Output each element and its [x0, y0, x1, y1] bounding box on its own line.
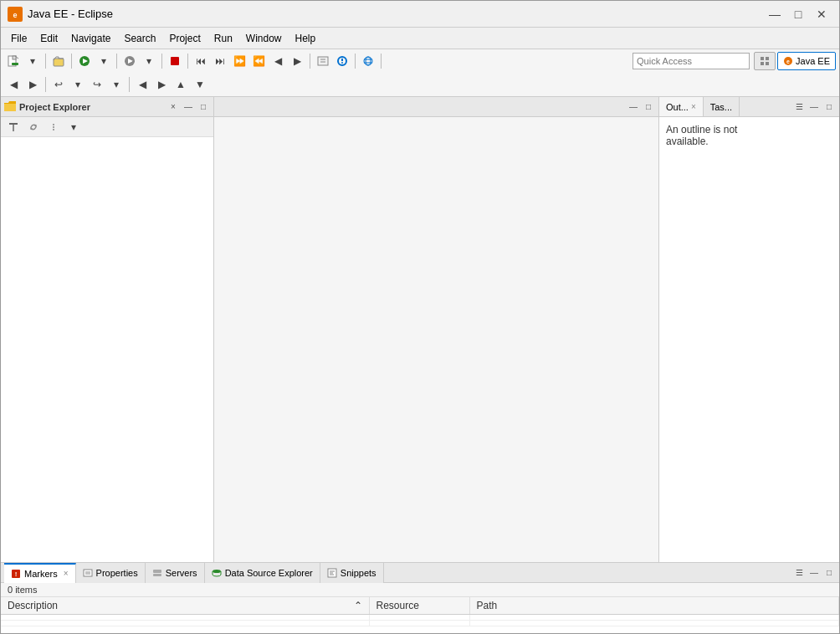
project-explorer-close[interactable]: ×: [166, 100, 180, 114]
view-menu[interactable]: [44, 118, 63, 136]
svg-point-19: [341, 62, 343, 64]
project-explorer-toolbar: ▾: [1, 117, 213, 137]
nav-5[interactable]: ◀: [269, 52, 287, 70]
nav-up[interactable]: ▲: [172, 75, 190, 94]
bottom-panel-min[interactable]: —: [807, 566, 821, 580]
datasource-tab[interactable]: Data Source Explorer: [205, 563, 320, 583]
maximize-button[interactable]: □: [787, 6, 809, 23]
run-button[interactable]: [75, 52, 94, 70]
outline-tab-label: Out...: [666, 102, 689, 112]
resource-cell: [369, 615, 469, 621]
right-panel-min[interactable]: —: [807, 100, 821, 114]
project-explorer-max[interactable]: □: [197, 100, 210, 114]
java-ee-perspective-button[interactable]: e Java EE: [777, 52, 836, 70]
redo-dropdown[interactable]: ▾: [107, 75, 125, 94]
menu-window[interactable]: Window: [239, 30, 289, 47]
tasks-tab-label: Tas...: [710, 102, 732, 112]
project-explorer-title-area: Project Explorer: [4, 101, 90, 113]
bottom-panel-max[interactable]: □: [822, 566, 836, 580]
quick-access-input[interactable]: [633, 53, 750, 69]
svg-rect-25: [766, 57, 769, 60]
menu-navigate[interactable]: Navigate: [64, 30, 117, 47]
outline-tab-close[interactable]: ×: [691, 102, 696, 111]
menu-edit[interactable]: Edit: [33, 30, 64, 47]
editor-controls: — □: [627, 100, 655, 114]
link-editor[interactable]: [24, 118, 43, 136]
tasks-tab[interactable]: Tas...: [704, 97, 740, 116]
nav-1[interactable]: ⏮: [192, 52, 210, 70]
new-button[interactable]: [4, 52, 23, 70]
right-panel-max[interactable]: □: [822, 100, 836, 114]
svg-rect-37: [84, 570, 92, 576]
editor-min[interactable]: —: [627, 100, 640, 114]
open-button[interactable]: [49, 52, 68, 70]
menu-project[interactable]: Project: [162, 30, 207, 47]
folder-icon: [4, 101, 16, 113]
nav-prev[interactable]: ◀: [133, 75, 151, 94]
svg-rect-26: [761, 62, 764, 65]
editor-tab-bar: — □: [214, 97, 658, 117]
nav-down[interactable]: ▼: [191, 75, 209, 94]
undo-dropdown[interactable]: ▾: [69, 75, 87, 94]
servers-icon: [152, 568, 162, 578]
svg-rect-27: [766, 62, 769, 65]
undo-button[interactable]: ↩: [49, 75, 68, 94]
nav-3[interactable]: ⏩: [230, 52, 248, 70]
markers-tab[interactable]: ! Markers ×: [4, 563, 76, 583]
back-nav[interactable]: ◀: [4, 75, 23, 94]
editor-content: [214, 117, 658, 562]
table-row: [1, 615, 839, 621]
collapse-all[interactable]: [4, 118, 23, 136]
project-explorer-min[interactable]: —: [182, 100, 195, 114]
datasource-tab-label: Data Source Explorer: [225, 568, 313, 578]
nav-next[interactable]: ▶: [152, 75, 171, 94]
perspective-switch-button[interactable]: [754, 52, 776, 70]
view-dropdown-arrow[interactable]: ▾: [64, 118, 83, 136]
menu-run[interactable]: Run: [207, 30, 239, 47]
right-panel-tabs: Out... × Tas... ☰ — □: [659, 97, 839, 117]
right-panel-menu[interactable]: ☰: [792, 100, 806, 114]
svg-rect-12: [132, 61, 135, 62]
menu-search[interactable]: Search: [117, 30, 162, 47]
servers-tab[interactable]: Servers: [146, 563, 205, 583]
markers-tab-close[interactable]: ×: [64, 569, 69, 578]
toolbar-btn-7[interactable]: [314, 52, 332, 70]
redo-button[interactable]: ↪: [88, 75, 106, 94]
nav-2[interactable]: ⏭: [211, 52, 229, 70]
toolbar-btn-8[interactable]: [333, 52, 351, 70]
svg-rect-5: [12, 63, 18, 65]
properties-tab[interactable]: Properties: [76, 563, 146, 583]
window-controls: — □ ✕: [764, 6, 832, 23]
new-dropdown[interactable]: ▾: [23, 52, 42, 70]
debug-dropdown[interactable]: ▾: [140, 52, 158, 70]
outline-tab[interactable]: Out... ×: [659, 97, 704, 116]
nav-4[interactable]: ⏪: [249, 52, 268, 70]
toolbar-area: ▾ ▾ ▾ ⏮ ⏭ ⏩ ⏪ ◀ ▶: [1, 49, 839, 97]
menu-help[interactable]: Help: [289, 30, 323, 47]
svg-rect-11: [125, 61, 127, 62]
web-button[interactable]: [359, 52, 377, 70]
editor-max[interactable]: □: [642, 100, 655, 114]
svg-point-42: [213, 570, 221, 573]
svg-text:e: e: [13, 11, 17, 19]
forward-nav[interactable]: ▶: [23, 75, 42, 94]
properties-tab-label: Properties: [96, 568, 138, 578]
menu-file[interactable]: File: [4, 30, 33, 47]
minimize-button[interactable]: —: [764, 6, 786, 23]
nav-6[interactable]: ▶: [288, 52, 306, 70]
path-cell: [469, 615, 839, 621]
svg-text:e: e: [786, 59, 790, 64]
project-explorer-label: Project Explorer: [19, 102, 90, 112]
right-panel: Out... × Tas... ☰ — □ An outline is nota…: [659, 97, 839, 562]
close-button[interactable]: ✕: [811, 6, 832, 23]
servers-tab-label: Servers: [166, 568, 197, 578]
main-content: Project Explorer × — □ ▾: [1, 97, 839, 634]
stop-button[interactable]: [166, 52, 184, 70]
run-dropdown[interactable]: ▾: [95, 52, 113, 70]
debug-button[interactable]: [120, 52, 139, 70]
markers-table: Description ⌃ Resource Path: [1, 597, 839, 626]
bottom-panel-menu[interactable]: ☰: [792, 566, 806, 580]
snippets-tab[interactable]: Snippets: [320, 563, 384, 583]
perspective-label: Java EE: [796, 56, 830, 66]
menu-bar: File Edit Navigate Search Project Run Wi…: [1, 28, 839, 49]
